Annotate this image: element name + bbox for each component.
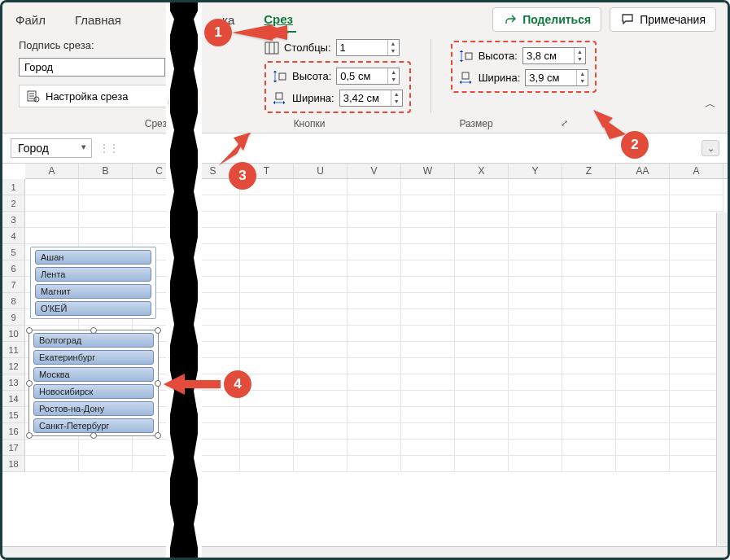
slicer-item[interactable]: Ашан — [35, 250, 151, 265]
cell[interactable] — [294, 179, 348, 195]
size-width-spinner[interactable]: ▲▼ — [525, 69, 588, 86]
name-box[interactable]: Город — [11, 138, 92, 158]
row-header[interactable]: 16 — [2, 423, 25, 440]
cell[interactable] — [79, 195, 133, 212]
cell[interactable] — [401, 374, 455, 391]
cell[interactable] — [455, 326, 509, 342]
cell[interactable] — [562, 277, 616, 293]
cell[interactable] — [509, 391, 562, 407]
cell[interactable] — [401, 212, 455, 228]
cell[interactable] — [509, 407, 562, 423]
cell[interactable] — [240, 244, 294, 260]
cell[interactable] — [455, 195, 509, 212]
cell[interactable] — [240, 293, 294, 309]
row-header[interactable]: 10 — [2, 326, 25, 342]
cell[interactable] — [348, 244, 401, 260]
cell[interactable] — [348, 440, 401, 456]
cell[interactable] — [348, 358, 401, 374]
slicer-item[interactable]: Новосибирск — [33, 384, 154, 399]
cell[interactable] — [509, 260, 562, 277]
cell[interactable] — [509, 228, 562, 244]
cell[interactable] — [616, 260, 670, 277]
cell[interactable] — [401, 277, 455, 293]
cell[interactable] — [509, 342, 562, 358]
cell[interactable] — [616, 374, 670, 391]
cell[interactable] — [348, 309, 401, 326]
cell[interactable] — [509, 277, 562, 293]
cell[interactable] — [348, 277, 401, 293]
share-button[interactable]: Поделиться — [492, 7, 601, 32]
row-header[interactable]: 1 — [2, 179, 25, 195]
slicer-item[interactable]: Санкт-Петербург — [33, 418, 154, 433]
cell[interactable] — [401, 326, 455, 342]
cell[interactable] — [240, 309, 294, 326]
row-header[interactable]: 5 — [2, 244, 25, 260]
cell[interactable] — [401, 195, 455, 212]
cell[interactable] — [455, 309, 509, 326]
ribbon-collapse[interactable]: ︿ — [705, 97, 716, 112]
btn-width-spinner[interactable]: ▲▼ — [339, 90, 403, 107]
tab-file[interactable]: Файл — [12, 8, 49, 32]
cell[interactable] — [455, 228, 509, 244]
cell[interactable] — [616, 277, 670, 293]
cell[interactable] — [455, 212, 509, 228]
cell[interactable] — [616, 342, 670, 358]
column-header[interactable]: AA — [616, 164, 670, 178]
column-header[interactable]: Z — [562, 164, 616, 178]
btn-height-spinner[interactable]: ▲▼ — [336, 68, 400, 85]
cell[interactable] — [348, 195, 401, 212]
cell[interactable] — [401, 179, 455, 195]
cell[interactable] — [616, 326, 670, 342]
row-header[interactable]: 11 — [2, 342, 25, 358]
cell[interactable] — [455, 277, 509, 293]
cell[interactable] — [294, 228, 348, 244]
cell[interactable] — [562, 179, 616, 195]
row-header[interactable]: 13 — [2, 374, 25, 391]
tab-home[interactable]: Главная — [72, 8, 125, 32]
cell[interactable] — [509, 293, 562, 309]
cell[interactable] — [79, 440, 133, 456]
cell[interactable] — [562, 309, 616, 326]
column-header[interactable]: A — [25, 164, 79, 178]
cell[interactable] — [455, 342, 509, 358]
cell[interactable] — [294, 407, 348, 423]
cell[interactable] — [509, 179, 562, 195]
cell[interactable] — [25, 212, 79, 228]
row-header[interactable]: 14 — [2, 391, 25, 407]
cell[interactable] — [401, 358, 455, 374]
formula-expand[interactable]: ⌄ — [702, 140, 719, 156]
spinner-up[interactable]: ▲ — [388, 68, 399, 76]
spinner-up[interactable]: ▲ — [388, 40, 399, 47]
row-header[interactable]: 3 — [2, 212, 25, 228]
spinner-up[interactable]: ▲ — [391, 90, 402, 98]
column-header[interactable]: V — [348, 164, 401, 178]
size-height-spinner[interactable]: ▲▼ — [522, 47, 586, 64]
cell[interactable] — [240, 260, 294, 277]
cell[interactable] — [240, 326, 294, 342]
cell[interactable] — [509, 374, 562, 391]
cell[interactable] — [294, 293, 348, 309]
column-header[interactable]: A — [670, 164, 723, 178]
cell[interactable] — [25, 228, 79, 244]
row-header[interactable]: 17 — [2, 440, 25, 456]
cell[interactable] — [348, 423, 401, 440]
cell[interactable] — [79, 456, 133, 472]
cell[interactable] — [294, 374, 348, 391]
row-header[interactable]: 7 — [2, 277, 25, 293]
row-header[interactable]: 2 — [2, 195, 25, 212]
cell[interactable] — [348, 260, 401, 277]
cell[interactable] — [616, 212, 670, 228]
spinner-down[interactable]: ▼ — [391, 98, 402, 105]
row-header[interactable]: 9 — [2, 309, 25, 326]
slicer-item[interactable]: О'КЕЙ — [35, 301, 151, 316]
cell[interactable] — [294, 277, 348, 293]
cell[interactable] — [562, 456, 616, 472]
cell[interactable] — [670, 179, 723, 195]
slicer-settings-button[interactable]: Настройка среза — [19, 85, 168, 107]
column-header[interactable]: U — [294, 164, 348, 178]
cell[interactable] — [401, 440, 455, 456]
slicer-item[interactable]: Магнит — [35, 284, 151, 299]
size-height-value[interactable] — [523, 48, 574, 63]
slicer-item[interactable]: Лента — [35, 267, 151, 282]
columns-value[interactable] — [337, 40, 387, 55]
